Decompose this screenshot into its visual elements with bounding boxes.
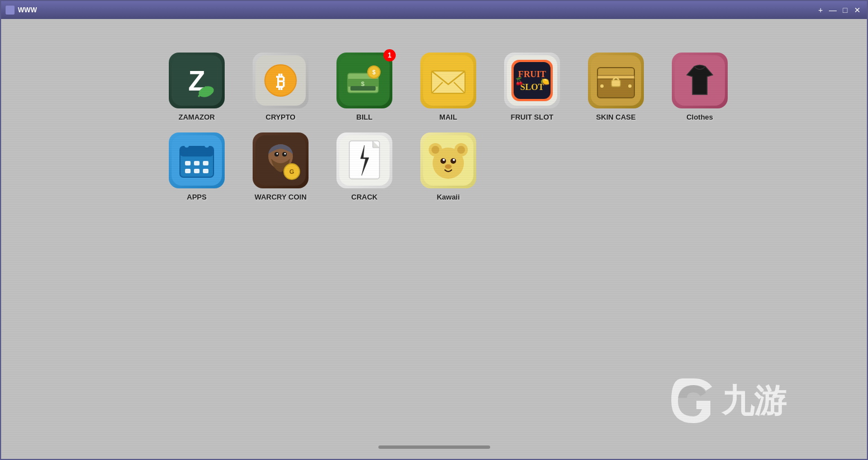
watermark: 九游	[666, 367, 822, 437]
svg-point-66	[445, 164, 452, 169]
scrollbar-bottom[interactable]	[378, 445, 490, 449]
svg-text:九游: 九游	[721, 382, 787, 419]
app-icon-wrapper-zamazor: Z	[169, 53, 225, 108]
app-mail[interactable]: MAIL	[409, 53, 487, 121]
app-crack[interactable]: CRACK	[325, 132, 404, 201]
window-content: Z ZAMAZOR ₿	[1, 19, 867, 459]
fruitslot-svg: FRUIT SLOT 🍒 🍋	[507, 55, 557, 106]
apps-svg	[172, 135, 222, 186]
svg-point-48	[277, 153, 278, 155]
close-button[interactable]: ✕	[852, 5, 862, 15]
app-icon-mail	[420, 53, 476, 108]
svg-text:🍒: 🍒	[515, 77, 524, 86]
app-icon-crypto: ₿	[253, 53, 309, 108]
window-controls: + — □ ✕	[815, 5, 862, 15]
svg-point-42	[184, 143, 189, 148]
app-grid: Z ZAMAZOR ₿	[1, 19, 867, 224]
app-icon-skincase	[588, 53, 644, 108]
bill-svg: $ $	[339, 55, 390, 106]
mail-svg	[423, 55, 473, 106]
app-icon-wrapper-clothes	[672, 53, 728, 108]
app-icon-warcry: G	[253, 132, 309, 188]
app-label-warcry: WARCRY COIN	[254, 193, 306, 201]
app-label-crypto: CRYPTO	[265, 113, 295, 121]
svg-rect-35	[180, 146, 214, 157]
app-icon-wrapper-warcry: G	[253, 132, 309, 188]
svg-point-31	[628, 84, 632, 88]
app-icon-wrapper-bill: $ $ 1	[336, 53, 392, 108]
app-icon-fruitslot: FRUIT SLOT 🍒 🍋	[504, 53, 560, 108]
svg-rect-41	[203, 169, 208, 173]
svg-point-49	[284, 153, 286, 155]
warcry-svg: G	[255, 135, 306, 186]
app-icon-bill: $ $	[336, 53, 392, 108]
app-label-crack: CRACK	[352, 193, 378, 201]
svg-point-61	[457, 146, 465, 154]
svg-rect-37	[194, 161, 200, 165]
app-label-clothes: Clothes	[686, 113, 713, 121]
main-window: WWW + — □ ✕ Z	[0, 0, 868, 460]
svg-point-43	[205, 143, 209, 148]
svg-text:₿: ₿	[276, 72, 285, 92]
app-kawaii[interactable]: Kawaii	[409, 132, 487, 201]
app-icon-wrapper-crack	[336, 132, 392, 188]
svg-rect-36	[185, 161, 191, 165]
app-label-zamazor: ZAMAZOR	[179, 113, 215, 121]
window-title: WWW	[18, 6, 37, 14]
app-icon-kawaii	[420, 132, 476, 188]
app-icon-clothes	[672, 53, 728, 108]
minimize-button[interactable]: —	[828, 5, 838, 15]
crack-svg	[339, 135, 390, 186]
kawaii-svg	[423, 135, 473, 186]
app-icon-crack	[336, 132, 392, 188]
app-icon-wrapper-mail	[420, 53, 476, 108]
svg-rect-11	[350, 86, 376, 91]
app-label-fruitslot: FRUIT SLOT	[511, 113, 554, 121]
app-icon-apps	[169, 132, 225, 188]
app-clothes[interactable]: Clothes	[661, 53, 739, 121]
zamazor-svg: Z	[172, 55, 222, 106]
app-icon-zamazor: Z	[169, 53, 225, 108]
svg-point-60	[431, 146, 439, 154]
app-label-mail: MAIL	[439, 113, 457, 121]
svg-point-30	[600, 84, 604, 88]
app-icon-wrapper-apps	[169, 132, 225, 188]
svg-rect-38	[203, 161, 208, 165]
svg-point-65	[453, 159, 455, 161]
app-label-apps: APPS	[187, 193, 206, 201]
app-icon-wrapper-crypto: ₿	[253, 53, 309, 108]
svg-text:$: $	[372, 69, 376, 75]
clothes-svg	[675, 55, 725, 106]
crypto-svg: ₿	[255, 55, 306, 106]
app-zamazor[interactable]: Z ZAMAZOR	[158, 53, 236, 121]
app-apps[interactable]: APPS	[158, 132, 236, 201]
app-icon-wrapper-skincase	[588, 53, 644, 108]
app-fruitslot[interactable]: FRUIT SLOT 🍒 🍋 FRUIT SLOT	[493, 53, 571, 121]
app-label-skincase: SKIN CASE	[596, 113, 636, 121]
app-warcry[interactable]: G WARCRY COIN	[241, 132, 320, 201]
svg-text:🍋: 🍋	[540, 77, 550, 86]
app-label-kawaii: Kawaii	[437, 193, 459, 201]
title-bar: WWW + — □ ✕	[1, 1, 867, 19]
svg-text:G: G	[290, 168, 295, 175]
maximize-button[interactable]: □	[840, 5, 850, 15]
app-bill[interactable]: $ $ 1 BILL	[325, 53, 404, 121]
app-icon-wrapper-fruitslot: FRUIT SLOT 🍒 🍋	[504, 53, 560, 108]
app-skincase[interactable]: SKIN CASE	[577, 53, 655, 121]
svg-rect-40	[194, 169, 200, 173]
app-label-bill: BILL	[357, 113, 373, 121]
svg-point-64	[443, 159, 445, 161]
app-crypto[interactable]: ₿ CRYPTO	[241, 53, 320, 121]
watermark-svg: 九游	[666, 367, 822, 434]
skincase-svg	[591, 55, 641, 106]
bill-badge: 1	[383, 49, 396, 61]
app-icon-wrapper-kawaii	[420, 132, 476, 188]
svg-rect-29	[611, 80, 620, 87]
title-bar-icon	[6, 6, 15, 15]
svg-rect-39	[185, 169, 191, 173]
add-button[interactable]: +	[815, 5, 826, 15]
